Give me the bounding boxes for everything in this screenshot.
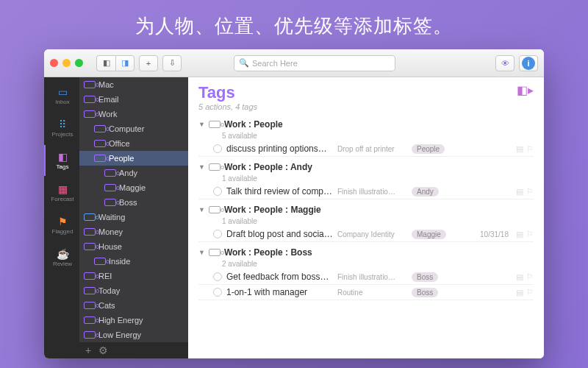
task-checkbox[interactable] [213, 187, 222, 196]
task-name: 1-on-1 with manager [226, 287, 333, 297]
task-tag-chip[interactable]: Andy [412, 187, 439, 197]
tag-icon [94, 125, 106, 132]
task-meta: ▤⚐ [516, 187, 534, 197]
inspector-button[interactable]: i [519, 55, 538, 71]
add-button[interactable]: + [139, 55, 158, 71]
flag-icon[interactable]: ⚐ [526, 230, 534, 239]
quick-entry-button[interactable]: ⇩ [162, 55, 182, 71]
note-icon: ▤ [516, 187, 523, 197]
task-tag-chip[interactable]: People [412, 144, 445, 154]
tag-item[interactable]: High Energy [79, 313, 188, 328]
task-checkbox[interactable] [213, 272, 222, 281]
task-checkbox[interactable] [213, 288, 222, 297]
task-project: Drop off at printer [337, 145, 407, 153]
flag-icon[interactable]: ⚐ [526, 272, 534, 282]
tag-label: Work [98, 110, 117, 118]
note-icon: ▤ [516, 272, 523, 282]
tag-item[interactable]: Today [79, 283, 188, 298]
nav-rail: ▭Inbox⠿Projects◧Tags▦Forecast⚑Flagged☕Re… [44, 77, 79, 358]
flag-icon[interactable]: ⚐ [526, 288, 534, 297]
app-window: ◧ ◨ + ⇩ 🔍 Search Here 👁 i ▭Inbox⠿Project… [44, 49, 544, 358]
tag-icon [84, 272, 96, 280]
flag-icon[interactable]: ⚐ [526, 144, 534, 154]
task-checkbox[interactable] [213, 230, 222, 238]
task-row[interactable]: Get feedback from boss…Finish illustrati… [198, 269, 534, 285]
rail-review[interactable]: ☕Review [44, 242, 79, 273]
rail-flagged[interactable]: ⚑Flagged [44, 210, 79, 241]
group-header[interactable]: ▼Work : People : Maggie [198, 202, 534, 217]
rail-label: Review [53, 261, 72, 267]
group-title: Work : People : Maggie [224, 205, 321, 215]
tag-icon [209, 121, 220, 128]
tag-item[interactable]: Maggie [79, 180, 188, 195]
tags-icon: ◧ [56, 152, 69, 162]
tag-item[interactable]: Cats [79, 298, 188, 313]
tag-item[interactable]: Waiting [79, 210, 188, 224]
task-row[interactable]: 1-on-1 with managerRoutineBoss▤⚐ [198, 285, 534, 300]
task-project: Finish illustratio… [337, 273, 407, 281]
rail-label: Inbox [55, 99, 70, 105]
task-tag-chip[interactable]: Maggie [412, 230, 446, 239]
task-meta: ▤⚐ [516, 288, 534, 297]
sidebar-toggle-segment: ◧ ◨ [96, 55, 135, 71]
tag-label: Cats [98, 301, 115, 310]
group-header[interactable]: ▼Work : People : Andy [198, 160, 534, 174]
note-icon: ▤ [516, 144, 523, 154]
search-placeholder: Search Here [252, 59, 298, 68]
maximize-icon[interactable] [75, 59, 83, 67]
task-tag-chip[interactable]: Boss [412, 288, 438, 297]
close-icon[interactable] [50, 59, 58, 67]
tag-item[interactable]: REI [79, 269, 188, 283]
group-title: Work : People : Boss [224, 247, 312, 258]
minimize-icon[interactable] [62, 59, 71, 67]
tag-item[interactable]: Low Energy [79, 328, 188, 342]
rail-tags[interactable]: ◧Tags [44, 145, 79, 176]
group-header[interactable]: ▼Work : People : Boss [198, 245, 534, 260]
task-tag-chip[interactable]: Boss [412, 272, 438, 282]
flag-icon[interactable]: ⚐ [526, 187, 534, 197]
tag-label: Inside [109, 257, 130, 266]
rail-forecast[interactable]: ▦Forecast [44, 177, 79, 208]
tag-item[interactable]: Work [79, 107, 188, 121]
tag-icon [84, 213, 96, 221]
tag-item[interactable]: Email [79, 92, 188, 107]
task-checkbox[interactable] [213, 144, 222, 153]
task-row[interactable]: Draft blog post and socia…Company Identi… [198, 227, 534, 242]
task-project: Finish illustratio… [337, 188, 407, 196]
forecast-icon: ▦ [56, 184, 69, 194]
add-tag-button[interactable]: + [85, 344, 91, 356]
tag-label: Office [109, 139, 130, 148]
tag-item[interactable]: Inside [79, 254, 188, 269]
tag-item[interactable]: Mac [79, 77, 188, 92]
tag-item[interactable]: Boss [79, 195, 188, 210]
tag-item[interactable]: People [79, 151, 188, 166]
tag-label: Computer [109, 124, 144, 133]
task-row[interactable]: discuss printing options…Drop off at pri… [198, 141, 534, 157]
rail-inbox[interactable]: ▭Inbox [44, 80, 79, 111]
inbox-icon: ▭ [56, 87, 69, 97]
task-name: discuss printing options… [226, 144, 333, 154]
window-controls [50, 59, 83, 67]
marketing-banner: 为人物、位置、优先级等添加标签。 [135, 0, 453, 49]
tag-item[interactable]: Money [79, 224, 188, 239]
tag-item[interactable]: Computer [79, 121, 188, 136]
tag-options-button[interactable]: ⚙ [98, 344, 108, 356]
tag-item[interactable]: Office [79, 136, 188, 151]
tag-item[interactable]: Andy [79, 166, 188, 180]
tag-icon: ◧▸ [517, 83, 534, 97]
toggle-rail-button[interactable]: ◧ [96, 55, 115, 71]
task-name: Talk third review of comp… [226, 186, 333, 197]
group-header[interactable]: ▼Work : People [198, 117, 534, 132]
task-row[interactable]: Talk third review of comp…Finish illustr… [198, 184, 534, 199]
toggle-sidebar-button[interactable]: ◨ [115, 55, 135, 71]
rail-projects[interactable]: ⠿Projects [44, 113, 79, 144]
task-project: Company Identity [337, 230, 407, 238]
tag-label: Andy [119, 169, 137, 177]
group-count: 1 available [222, 217, 534, 225]
tag-item[interactable]: House [79, 239, 188, 254]
flagged-icon: ⚑ [56, 216, 69, 227]
search-input[interactable]: 🔍 Search Here [234, 55, 395, 71]
view-options-button[interactable]: 👁 [495, 55, 514, 71]
tag-icon [104, 184, 116, 191]
info-icon: i [522, 57, 535, 70]
